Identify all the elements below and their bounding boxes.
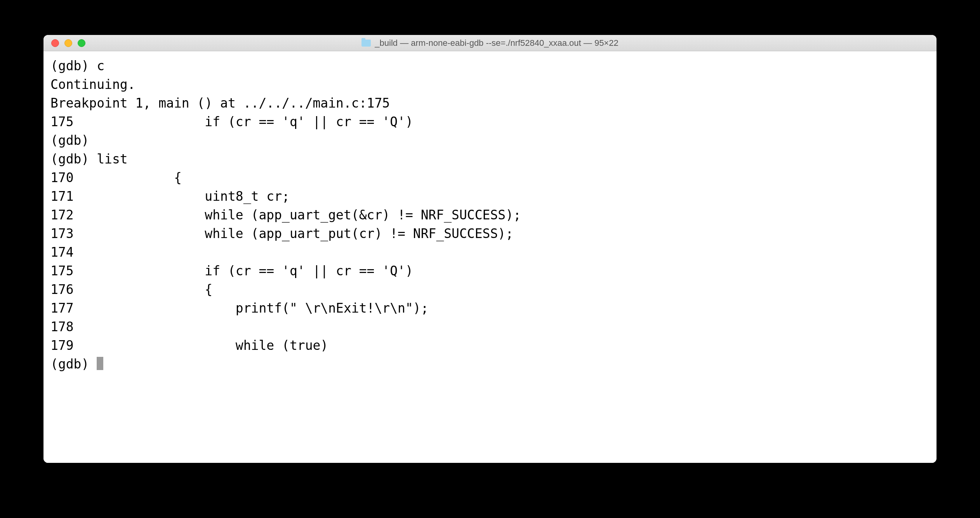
- traffic-lights: [43, 39, 85, 47]
- terminal-output[interactable]: (gdb) cContinuing.Breakpoint 1, main () …: [43, 51, 937, 463]
- terminal-line: 175 if (cr == 'q' || cr == 'Q'): [50, 262, 930, 280]
- minimize-button[interactable]: [64, 39, 72, 47]
- terminal-line: 175 if (cr == 'q' || cr == 'Q'): [50, 113, 930, 131]
- cursor-icon: [97, 357, 103, 370]
- folder-icon: [361, 40, 371, 47]
- terminal-line: 178: [50, 318, 930, 336]
- terminal-window: _build — arm-none-eabi-gdb --se=./nrf528…: [43, 35, 937, 463]
- window-title: _build — arm-none-eabi-gdb --se=./nrf528…: [43, 38, 937, 48]
- terminal-line: 177 printf(" \r\nExit!\r\n");: [50, 299, 930, 318]
- terminal-line: 176 {: [50, 280, 930, 299]
- window-title-text: _build — arm-none-eabi-gdb --se=./nrf528…: [375, 38, 618, 48]
- terminal-line: 170 {: [50, 169, 930, 187]
- terminal-line: (gdb) list: [50, 150, 930, 169]
- terminal-prompt-line: (gdb): [50, 355, 930, 374]
- terminal-line: 172 while (app_uart_get(&cr) != NRF_SUCC…: [50, 206, 930, 224]
- terminal-line: 174: [50, 243, 930, 262]
- terminal-prompt: (gdb): [50, 356, 97, 372]
- close-button[interactable]: [51, 39, 59, 47]
- terminal-line: 173 while (app_uart_put(cr) != NRF_SUCCE…: [50, 224, 930, 243]
- terminal-line: Breakpoint 1, main () at ../../../main.c…: [50, 94, 930, 113]
- terminal-line: 179 while (true): [50, 336, 930, 355]
- terminal-line: 171 uint8_t cr;: [50, 187, 930, 206]
- terminal-line: (gdb): [50, 131, 930, 150]
- titlebar: _build — arm-none-eabi-gdb --se=./nrf528…: [43, 35, 937, 51]
- terminal-line: Continuing.: [50, 75, 930, 94]
- maximize-button[interactable]: [78, 39, 85, 47]
- terminal-line: (gdb) c: [50, 57, 930, 75]
